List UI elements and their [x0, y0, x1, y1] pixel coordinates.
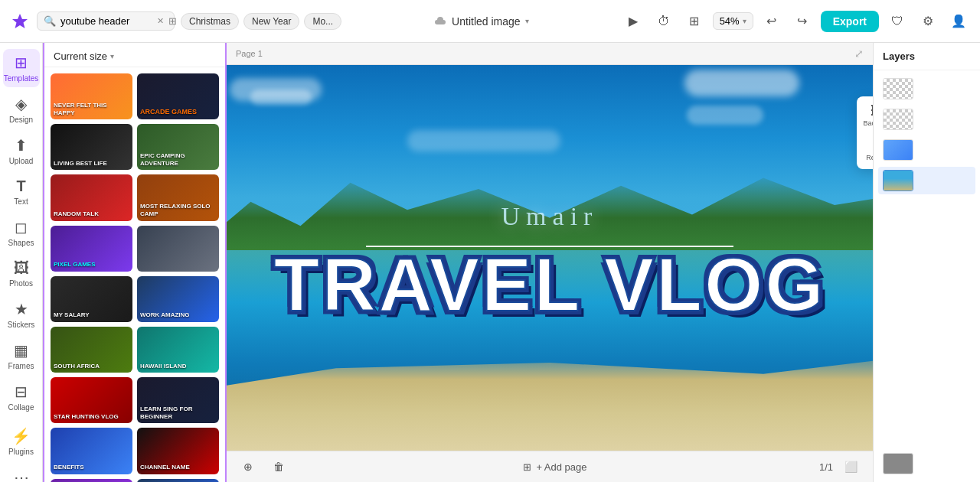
present-button[interactable]: ⬜ — [839, 454, 864, 479]
design-icon: ◈ — [15, 95, 27, 113]
delete-page-button[interactable]: 🗑 — [266, 454, 291, 479]
zoom-value: 54% — [720, 15, 740, 27]
zoom-control[interactable]: 54% ▾ — [713, 12, 753, 30]
template-card[interactable]: Never Felt This Happy — [51, 73, 132, 119]
sidebar-item-upload[interactable]: ⬆ Upload — [3, 132, 40, 170]
layer-thumb-content — [884, 109, 913, 129]
topbar: 🔍 youtube header ✕ ⊞ Christmas New Year … — [0, 0, 980, 43]
more-icon: ⋯ — [14, 468, 29, 482]
canvas-name-text[interactable]: Umair — [501, 202, 599, 231]
background-button[interactable]: 🖼 Backgr... — [860, 99, 873, 132]
layer-thumbnail — [883, 139, 913, 161]
canvas-bottombar: ⊕ 🗑 ⊞ + Add page 1/1 ⬜ — [227, 451, 873, 482]
sidebar-item-frames[interactable]: ▦ Frames — [3, 337, 40, 375]
search-options-icon[interactable]: ⊞ — [168, 15, 177, 27]
play-button[interactable]: ▶ — [621, 9, 645, 34]
template-card[interactable]: THANK YOU — [137, 479, 219, 483]
settings-button[interactable]: ⚙ — [916, 9, 940, 34]
template-card[interactable]: WORK AMAZING — [137, 276, 219, 322]
app-logo[interactable] — [9, 11, 31, 32]
text-icon: T — [16, 177, 25, 195]
sidebar-item-collage[interactable]: ⊟ Collage — [3, 378, 40, 416]
template-card[interactable]: LEARN SING FOR BEGINNER — [137, 377, 219, 423]
zoom-chevron: ▾ — [743, 17, 746, 25]
search-input[interactable]: youtube header — [60, 15, 152, 27]
sidebar-item-photos[interactable]: 🖼 Photos — [3, 255, 40, 292]
template-card[interactable]: MOST RELAXING SOLO CAMP — [137, 174, 219, 220]
shield-button[interactable]: 🛡 — [885, 9, 910, 34]
cloud-4 — [687, 106, 763, 125]
template-card[interactable]: STAR HUNTING VLOG — [51, 377, 132, 423]
doc-title-area[interactable]: Untitled image ▾ — [433, 15, 529, 28]
template-card[interactable]: PIXEL GAMES — [51, 226, 132, 272]
resize-button[interactable]: ⤢ Resize — [860, 133, 873, 166]
collage-icon: ⊟ — [15, 383, 28, 401]
sidebar-item-plugins[interactable]: ⚡ Plugins — [3, 422, 40, 461]
tag-christmas[interactable]: Christmas — [181, 13, 239, 30]
undo-button[interactable]: ↩ — [760, 9, 784, 34]
layers-panel: Layers — [873, 43, 980, 482]
tag-more-label: Mo... — [312, 16, 333, 27]
templates-scroll: Never Felt This Happy ARCADE GAMES LIVIN… — [44, 67, 225, 482]
current-size-button[interactable]: Current size ▾ — [54, 50, 114, 62]
layer-item[interactable] — [878, 136, 975, 164]
template-card[interactable]: ARCADE GAMES — [137, 73, 219, 119]
doc-title-chevron[interactable]: ▾ — [525, 17, 529, 25]
template-card[interactable] — [51, 479, 132, 483]
sidebar-item-templates[interactable]: ⊞ Templates — [3, 49, 40, 87]
template-card[interactable]: LIVING BEST LIFE — [51, 124, 132, 170]
template-card[interactable]: RANDOM TALK — [51, 174, 132, 220]
sidebar-item-stickers[interactable]: ★ Stickers — [3, 295, 40, 334]
doc-title: Untitled image — [452, 15, 521, 28]
background-icon: 🖼 — [871, 104, 873, 118]
layer-item-small[interactable] — [878, 450, 975, 477]
export-button[interactable]: Export — [821, 11, 879, 32]
cloud-icon — [433, 15, 447, 28]
topbar-center: Untitled image ▾ — [348, 15, 615, 28]
template-card[interactable]: BENEFITS — [51, 428, 132, 474]
cloud-5 — [407, 130, 560, 151]
canvas-scroll[interactable]: Umair TRAVEL VLOG 🖼 Backgr... ⤢ Resize — [227, 65, 873, 451]
templates-panel-header: Current size ▾ — [44, 43, 225, 67]
canvas-frame: Umair TRAVEL VLOG 🖼 Backgr... ⤢ Resize — [227, 65, 873, 451]
upload-icon: ⬆ — [15, 136, 28, 155]
template-card[interactable] — [137, 226, 219, 272]
sidebar-item-text[interactable]: T Text — [3, 173, 40, 210]
redo-button[interactable]: ↪ — [790, 9, 815, 34]
timer-button[interactable]: ⏱ — [652, 9, 676, 34]
add-page-button[interactable]: ⊞ + Add page — [523, 461, 586, 473]
add-page-label: + Add page — [536, 461, 586, 473]
layer-thumb-content — [884, 79, 913, 99]
layer-thumbnail — [883, 170, 913, 191]
topbar-tools: ▶ ⏱ ⊞ 54% ▾ ↩ ↪ — [621, 9, 815, 34]
template-card[interactable]: SOUTH AFRICA — [51, 327, 132, 373]
sidebar-item-design[interactable]: ◈ Design — [3, 90, 40, 129]
tag-more[interactable]: Mo... — [304, 13, 341, 30]
template-card[interactable]: MY SALARY — [51, 276, 132, 322]
add-page-icon: ⊞ — [523, 461, 531, 473]
resize-label: Resize — [866, 154, 873, 161]
copy-page-button[interactable]: ⊕ — [236, 454, 260, 479]
search-clear-icon[interactable]: ✕ — [157, 16, 164, 26]
template-card[interactable]: HAWAII ISLAND — [137, 327, 219, 373]
layer-thumbnail — [883, 78, 913, 99]
icon-sidebar: ⊞ Templates ◈ Design ⬆ Upload T Text ◻ S… — [0, 43, 43, 482]
canvas-topbar: Page 1 ⤢ — [227, 43, 873, 65]
layout-button[interactable]: ⊞ — [682, 9, 707, 34]
sidebar-item-shapes[interactable]: ◻ Shapes — [3, 213, 40, 252]
template-card[interactable]: CHANNEL NAME — [137, 428, 219, 474]
page-count: 1/1 — [819, 461, 833, 473]
layer-item[interactable] — [878, 106, 975, 133]
profile-button[interactable]: 👤 — [946, 9, 971, 34]
template-card[interactable]: EPIC CAMPING ADVENTURE — [137, 124, 219, 170]
layer-item[interactable] — [878, 75, 975, 103]
photos-icon: 🖼 — [14, 259, 29, 277]
tag-new-year[interactable]: New Year — [243, 13, 299, 30]
main-layout: ⊞ Templates ◈ Design ⬆ Upload T Text ◻ S… — [0, 43, 980, 482]
layer-item[interactable] — [878, 167, 975, 194]
sidebar-item-more[interactable]: ⋯ — [3, 464, 40, 482]
layer-thumbnail-small — [883, 453, 913, 474]
search-box[interactable]: 🔍 youtube header ✕ ⊞ — [37, 11, 175, 31]
fit-icon[interactable]: ⤢ — [854, 47, 864, 60]
canvas-main-text[interactable]: TRAVEL VLOG — [274, 242, 826, 328]
